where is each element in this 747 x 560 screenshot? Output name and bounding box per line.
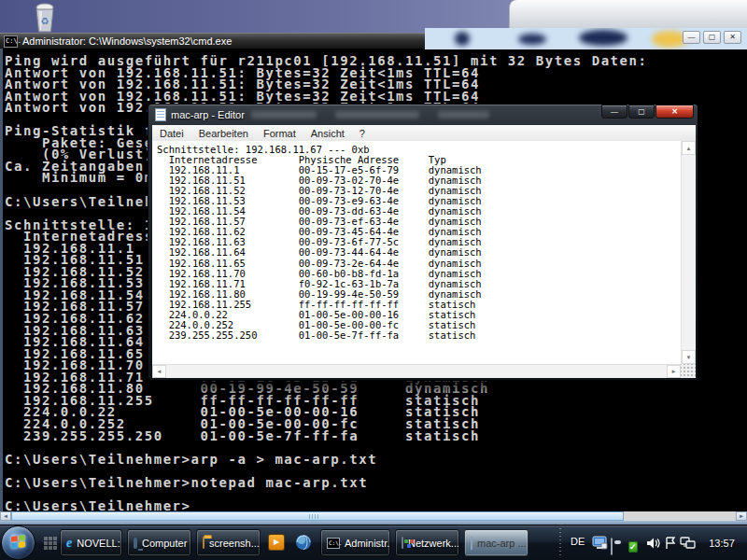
scroll-right-icon[interactable]: ► — [667, 365, 681, 378]
pinned-grid-icon[interactable] — [44, 537, 57, 550]
pinned-media-app[interactable]: ▶ — [267, 533, 286, 552]
notepad-window-icon — [155, 108, 166, 121]
action-center-flag-icon[interactable] — [664, 536, 677, 554]
notepad-window-controls: — ▢ ✕ — [601, 105, 694, 119]
notepad-icon — [471, 537, 472, 550]
taskbar-button-screenshots[interactable]: screensh... — [196, 529, 261, 556]
volume-icon[interactable] — [646, 536, 660, 554]
cmd-window-title: Administrator: C:\Windows\system32\cmd.e… — [22, 35, 232, 47]
taskbar-button-label: NOVELL: ... — [77, 538, 122, 549]
language-indicator[interactable]: DE — [571, 536, 585, 547]
scroll-down-icon[interactable]: ▼ — [682, 350, 696, 364]
resize-grip[interactable] — [681, 364, 696, 378]
glass-reflection — [251, 111, 317, 119]
cmd-window-titlebar[interactable]: C:\. Administrator: C:\Windows\system32\… — [0, 33, 427, 49]
notepad-window: mac-arp - Editor — ▢ ✕ Datei Bearbeiten … — [148, 104, 698, 381]
taskbar-button-label: Administr... — [345, 538, 390, 549]
taskbar-button-label: mac-arp ... — [477, 538, 527, 549]
maximize-button[interactable]: ▢ — [628, 105, 655, 119]
cmd-scrollbar-thumb[interactable] — [11, 511, 624, 521]
windows-logo-icon — [11, 535, 25, 550]
recycle-bin-icon[interactable]: ♻ — [31, 2, 59, 34]
blurred-content-blob — [518, 34, 546, 45]
scroll-up-icon[interactable]: ▲ — [682, 141, 696, 155]
close-button[interactable]: ✕ — [655, 105, 694, 119]
minimize-icon[interactable]: — — [683, 31, 700, 44]
device-tray-icon[interactable] — [611, 539, 613, 555]
scroll-left-icon[interactable]: ◄ — [0, 511, 11, 521]
taskbar-divider — [559, 528, 561, 557]
close-icon[interactable]: ✕ — [724, 31, 741, 44]
scroll-left-icon[interactable]: ◄ — [152, 365, 166, 378]
taskbar: e NOVELL: ... Computer screensh... ▶ C:\… — [0, 525, 747, 560]
blurred-content-blob — [579, 30, 627, 46]
pinned-globe-app[interactable] — [294, 533, 313, 552]
taskbar-button-novell[interactable]: e NOVELL: ... — [60, 529, 122, 556]
notepad-menubar: Datei Bearbeiten Format Ansicht ? — [152, 125, 696, 141]
start-button[interactable] — [1, 525, 35, 560]
globe-icon — [295, 534, 312, 551]
svg-text:♻: ♻ — [41, 16, 49, 26]
taskbar-button-netzwerk[interactable]: Netzwerk... — [395, 529, 459, 556]
folder-icon — [203, 537, 204, 549]
taskbar-button-mac-arp[interactable]: mac-arp ... — [464, 529, 529, 556]
cmd-window-left-border — [0, 49, 3, 511]
cmd-window-icon: C:\. — [4, 35, 18, 48]
desktop-screen: ♻ C:\. Administrator: C:\Windows\system3… — [0, 0, 747, 560]
menu-ansicht[interactable]: Ansicht — [303, 128, 352, 139]
background-window-controls: — ▢ ✕ — [683, 31, 741, 44]
scrollbar-grip-icon — [309, 514, 318, 519]
menu-help[interactable]: ? — [352, 128, 373, 139]
network-app-icon — [402, 537, 403, 549]
media-player-icon: ▶ — [268, 534, 285, 551]
menu-datei[interactable]: Datei — [152, 128, 191, 139]
background-window-top — [509, 0, 747, 29]
display-tray-icon[interactable] — [592, 536, 608, 554]
taskbar-button-computer[interactable]: Computer — [127, 529, 191, 556]
notepad-text-area[interactable]: Schnittstelle: 192.168.11.67 --- 0xb Int… — [152, 141, 681, 364]
minimize-button[interactable]: — — [601, 105, 627, 119]
menu-format[interactable]: Format — [256, 128, 303, 139]
taskbar-button-label: screensh... — [209, 538, 260, 549]
cmd-icon: C:\. — [327, 538, 340, 549]
internet-explorer-icon: e — [66, 536, 72, 551]
background-window-fragment: — ▢ ✕ — [425, 28, 747, 49]
status-green-tray-icon[interactable]: ✓ — [628, 537, 638, 553]
notepad-text: Schnittstelle: 192.168.11.67 --- 0xb Int… — [157, 145, 482, 341]
glass-reflection — [438, 111, 489, 119]
notepad-window-title: mac-arp - Editor — [171, 109, 245, 120]
taskbar-button-administrator-cmd[interactable]: C:\. Administr... — [320, 529, 390, 556]
taskbar-clock[interactable]: 13:57 — [700, 525, 743, 560]
computer-icon — [134, 538, 137, 549]
menu-bearbeiten[interactable]: Bearbeiten — [191, 128, 256, 139]
taskbar-button-label: Netzwerk... — [408, 538, 459, 549]
maximize-icon[interactable]: ▢ — [703, 31, 721, 44]
glass-reflection — [335, 111, 419, 119]
cmd-horizontal-scrollbar[interactable]: ◄ ► — [0, 511, 747, 521]
scroll-right-icon[interactable]: ► — [736, 511, 747, 521]
notepad-horizontal-scrollbar[interactable]: ◄ ► — [152, 364, 681, 378]
network-tray-icon[interactable] — [680, 536, 696, 554]
notepad-vertical-scrollbar[interactable]: ▲ ▼ — [681, 141, 696, 364]
blurred-content-blob — [455, 32, 470, 46]
taskbar-button-label: Computer — [142, 538, 187, 549]
